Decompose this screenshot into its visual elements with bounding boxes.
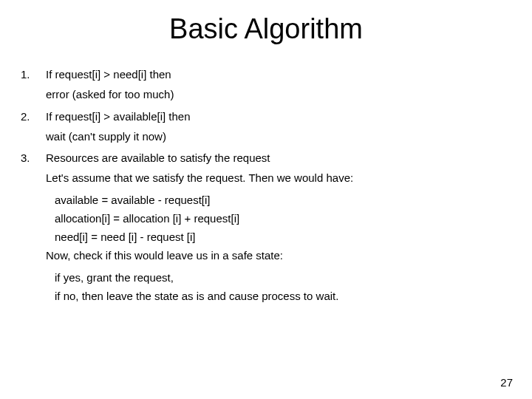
slide-title: Basic Algorithm [21,13,511,45]
item-sub: wait (can't supply it now) [46,128,511,145]
item-number: 1. [21,66,46,83]
page-number: 27 [500,376,513,389]
item-text: If request[i] > need[i] then [46,66,511,83]
item-number: 3. [21,149,46,166]
algorithm-list: 1. If request[i] > need[i] then error (a… [21,66,511,304]
item-line: allocation[i] = allocation [i] + request… [55,210,511,227]
list-item: 1. If request[i] > need[i] then [21,66,511,83]
item-number: 2. [21,108,46,125]
item-line: if yes, grant the request, [55,269,511,286]
item-line: need[i] = need [i] - request [i] [55,228,511,245]
item-text: Resources are available to satisfy the r… [46,149,511,166]
list-item: 3. Resources are available to satisfy th… [21,149,511,166]
item-text: If request[i] > available[i] then [46,108,511,125]
item-line: if no, then leave the state as is and ca… [55,287,511,304]
item-sub: error (asked for too much) [46,86,511,103]
item-line: available = available - request[i] [55,191,511,208]
item-line: Let's assume that we satisfy the request… [46,169,511,186]
item-line: Now, check if this would leave us in a s… [46,247,511,264]
list-item: 2. If request[i] > available[i] then [21,108,511,125]
